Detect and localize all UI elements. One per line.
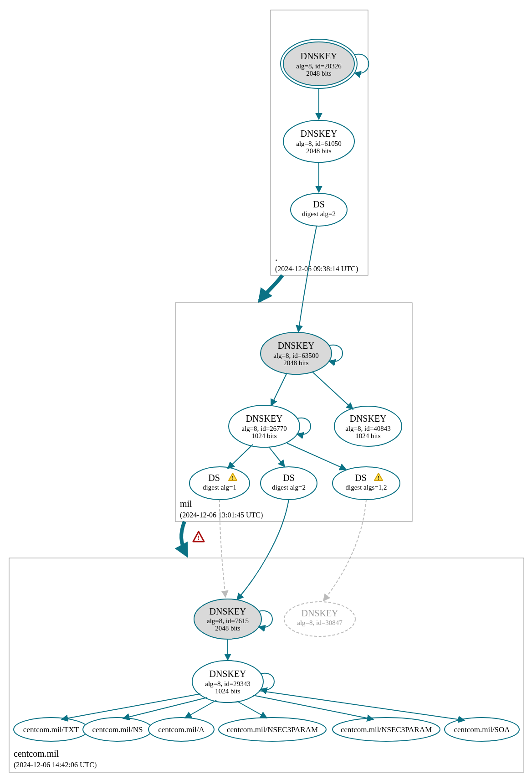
svg-text:centcom.mil/NS: centcom.mil/NS <box>92 725 143 734</box>
node-mil-ds3[interactable]: DS digest algs=1,2 ! <box>332 467 400 500</box>
svg-text:alg=8, id=63500: alg=8, id=63500 <box>273 352 318 359</box>
svg-text:alg=8, id=20326: alg=8, id=20326 <box>296 62 342 70</box>
edge-root-ksk-self <box>354 54 369 73</box>
edge-delegation-root-mil <box>260 275 282 301</box>
node-mil-ds2[interactable]: DS digest alg=2 <box>261 467 317 500</box>
error-icon: ! <box>193 532 204 542</box>
svg-text:1024 bits: 1024 bits <box>355 432 381 439</box>
svg-text:DNSKEY: DNSKEY <box>301 608 338 618</box>
zone-root: . (2024-12-06 09:38:14 UTC) DNSKEY alg=8… <box>271 10 369 275</box>
node-root-zsk[interactable]: DNSKEY alg=8, id=61050 2048 bits <box>283 120 354 162</box>
svg-text:alg=8, id=7615: alg=8, id=7615 <box>207 617 249 625</box>
edge-milksk-milzsk <box>271 373 287 406</box>
svg-text:centcom.mil/A: centcom.mil/A <box>158 725 205 734</box>
dnssec-graph: . (2024-12-06 09:38:14 UTC) DNSKEY alg=8… <box>0 0 532 780</box>
node-mil-ksk[interactable]: DNSKEY alg=8, id=63500 2048 bits <box>261 332 332 374</box>
zone-centcom-label: centcom.mil <box>14 749 59 759</box>
svg-text:centcom.mil/NSEC3PARAM: centcom.mil/NSEC3PARAM <box>341 725 432 734</box>
svg-text:centcom.mil/TXT: centcom.mil/TXT <box>23 725 79 734</box>
edge-milzsk-ds3 <box>287 443 346 470</box>
svg-text:DNSKEY: DNSKEY <box>349 413 386 424</box>
svg-text:alg=8, id=61050: alg=8, id=61050 <box>296 140 341 147</box>
node-mil-key2[interactable]: DNSKEY alg=8, id=40843 1024 bits <box>334 406 402 446</box>
svg-text:alg=8, id=26770: alg=8, id=26770 <box>241 425 286 432</box>
svg-text:DNSKEY: DNSKEY <box>300 51 337 61</box>
node-rr-ns[interactable]: centcom.mil/NS <box>83 718 152 741</box>
svg-point-30 <box>261 467 317 500</box>
svg-text:!: ! <box>378 475 379 481</box>
svg-point-10 <box>291 193 347 226</box>
edge-cczsk-txt <box>61 694 200 719</box>
svg-point-33 <box>332 467 400 500</box>
edge-delegation-mil-centcom <box>181 522 187 555</box>
svg-text:DS: DS <box>355 473 367 483</box>
node-root-ds[interactable]: DS digest alg=2 <box>291 193 347 226</box>
svg-text:DS: DS <box>283 473 295 483</box>
svg-text:2048 bits: 2048 bits <box>215 625 240 632</box>
node-root-ksk[interactable]: DNSKEY alg=8, id=20326 2048 bits <box>281 39 357 88</box>
edge-cczsk-soa <box>259 691 465 720</box>
svg-text:digest alg=2: digest alg=2 <box>272 484 306 491</box>
edge-cczsk-n3p1 <box>237 701 267 718</box>
edge-milksk-milkey2 <box>312 372 353 409</box>
node-mil-ds1[interactable]: DS digest alg=1 ! <box>189 467 250 500</box>
node-rr-txt[interactable]: centcom.mil/TXT <box>14 718 88 741</box>
zone-mil: mil (2024-12-06 13:01:45 UTC) DNSKEY alg… <box>175 303 412 522</box>
svg-text:DNSKEY: DNSKEY <box>209 606 246 616</box>
zone-mil-ts: (2024-12-06 13:01:45 UTC) <box>180 511 263 519</box>
svg-text:DNSKEY: DNSKEY <box>246 413 282 424</box>
node-cc-ksk[interactable]: DNSKEY alg=8, id=7615 2048 bits <box>194 599 261 639</box>
node-rr-soa[interactable]: centcom.mil/SOA <box>445 718 519 741</box>
svg-point-26 <box>189 467 250 500</box>
svg-text:alg=8, id=29343: alg=8, id=29343 <box>205 680 250 687</box>
zone-centcom-ts: (2024-12-06 14:42:06 UTC) <box>14 761 97 769</box>
svg-text:1024 bits: 1024 bits <box>215 687 240 695</box>
svg-text:1024 bits: 1024 bits <box>251 432 277 439</box>
svg-text:DS: DS <box>208 473 220 483</box>
edge-milzsk-ds2 <box>269 447 285 467</box>
svg-text:digest alg=1: digest alg=1 <box>203 484 236 491</box>
edge-cczsk-a <box>185 700 216 718</box>
svg-text:digest alg=2: digest alg=2 <box>302 210 336 217</box>
zone-root-ts: (2024-12-06 09:38:14 UTC) <box>275 265 358 273</box>
svg-text:centcom.mil/SOA: centcom.mil/SOA <box>454 725 510 734</box>
node-rr-nsec3p-2[interactable]: centcom.mil/NSEC3PARAM <box>332 718 440 741</box>
svg-text:DNSKEY: DNSKEY <box>300 129 337 139</box>
svg-text:2048 bits: 2048 bits <box>306 70 332 77</box>
svg-text:DNSKEY: DNSKEY <box>277 341 314 351</box>
node-rr-nsec3p-1[interactable]: centcom.mil/NSEC3PARAM <box>219 718 326 741</box>
svg-text:!: ! <box>232 475 234 481</box>
zone-root-label: . <box>275 253 277 263</box>
edge-ds3-cckey2 <box>323 500 366 601</box>
svg-text:2048 bits: 2048 bits <box>283 359 309 367</box>
edge-rootds-milksk <box>298 226 317 332</box>
svg-text:DS: DS <box>313 199 325 209</box>
svg-text:2048 bits: 2048 bits <box>306 147 332 155</box>
svg-text:DNSKEY: DNSKEY <box>209 669 246 679</box>
edge-milzsk-ds1 <box>228 444 253 469</box>
svg-text:alg=8, id=40843: alg=8, id=40843 <box>345 425 390 432</box>
node-cc-key2[interactable]: DNSKEY alg=8, id=30847 <box>284 602 355 636</box>
svg-text:centcom.mil/NSEC3PARAM: centcom.mil/NSEC3PARAM <box>227 725 318 734</box>
zone-mil-label: mil <box>180 499 192 509</box>
node-cc-zsk[interactable]: DNSKEY alg=8, id=29343 1024 bits <box>192 661 263 703</box>
node-rr-a[interactable]: centcom.mil/A <box>148 718 214 741</box>
node-mil-zsk[interactable]: DNSKEY alg=8, id=26770 1024 bits <box>229 405 300 447</box>
svg-text:!: ! <box>198 534 200 542</box>
svg-text:alg=8, id=30847: alg=8, id=30847 <box>297 619 343 626</box>
zone-centcom: centcom.mil (2024-12-06 14:42:06 UTC) DN… <box>9 558 524 772</box>
svg-text:digest algs=1,2: digest algs=1,2 <box>346 484 387 491</box>
